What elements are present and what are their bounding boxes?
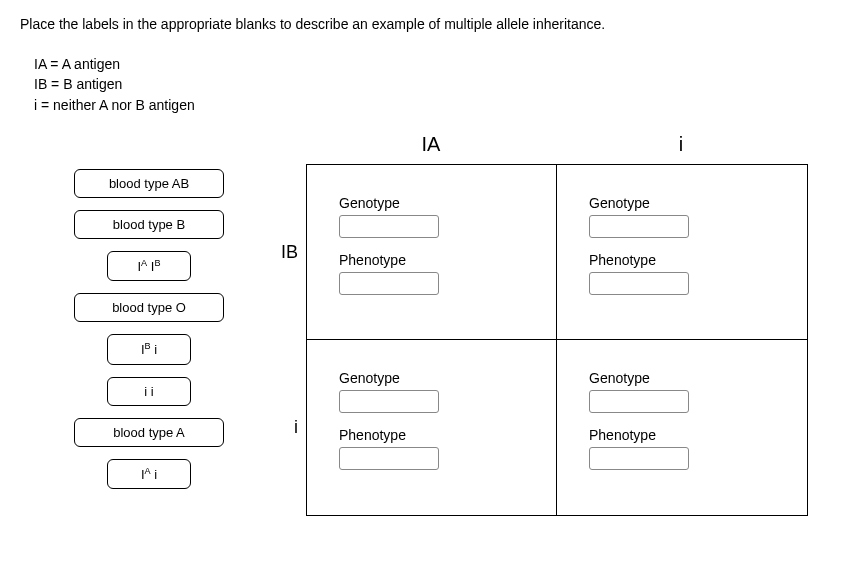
label-blood-type-o[interactable]: blood type O (74, 293, 224, 322)
column-header-i: i (556, 133, 806, 164)
cell-i-ia: Genotype Phenotype (307, 340, 557, 515)
legend-line-ib: IB = B antigen (34, 74, 830, 94)
genotype-label: Genotype (589, 195, 793, 211)
genotype-label: Genotype (589, 370, 793, 386)
phenotype-label: Phenotype (589, 252, 793, 268)
genotype-label: Genotype (339, 195, 542, 211)
genotype-drop-ib-ia[interactable] (339, 215, 439, 238)
phenotype-drop-ib-i[interactable] (589, 272, 689, 295)
label-ia-i[interactable]: I i (107, 459, 191, 489)
row-header-ib: IB (270, 242, 306, 263)
allele-legend: IA = A antigen IB = B antigen i = neithe… (34, 54, 830, 115)
label-ii[interactable]: i i (107, 377, 191, 406)
cell-ib-ia: Genotype Phenotype (307, 165, 557, 340)
legend-line-ia: IA = A antigen (34, 54, 830, 74)
label-blood-type-ab[interactable]: blood type AB (74, 169, 224, 198)
label-ib-i[interactable]: I i (107, 334, 191, 364)
label-blood-type-b[interactable]: blood type B (74, 210, 224, 239)
instruction-text: Place the labels in the appropriate blan… (20, 16, 830, 32)
row-header-i: i (270, 417, 306, 438)
draggable-labels-column: blood type AB blood type B I I blood typ… (20, 133, 240, 501)
column-header-ia: IA (306, 133, 556, 164)
phenotype-label: Phenotype (589, 427, 793, 443)
label-blood-type-a[interactable]: blood type A (74, 418, 224, 447)
cell-i-i: Genotype Phenotype (557, 340, 807, 515)
punnett-square: IA i IB i Genotype Phenotype (270, 133, 808, 516)
phenotype-label: Phenotype (339, 252, 542, 268)
genotype-drop-ib-i[interactable] (589, 215, 689, 238)
phenotype-drop-i-i[interactable] (589, 447, 689, 470)
phenotype-drop-i-ia[interactable] (339, 447, 439, 470)
label-ia-ib[interactable]: I I (107, 251, 191, 281)
phenotype-drop-ib-ia[interactable] (339, 272, 439, 295)
genotype-label: Genotype (339, 370, 542, 386)
genotype-drop-i-i[interactable] (589, 390, 689, 413)
legend-line-i: i = neither A nor B antigen (34, 95, 830, 115)
phenotype-label: Phenotype (339, 427, 542, 443)
genotype-drop-i-ia[interactable] (339, 390, 439, 413)
cell-ib-i: Genotype Phenotype (557, 165, 807, 340)
